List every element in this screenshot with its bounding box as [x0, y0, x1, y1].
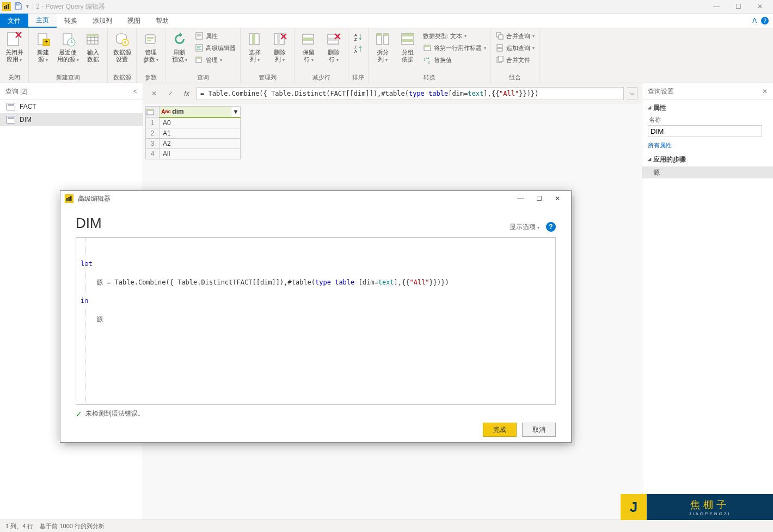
close-settings-button[interactable]: ✕: [762, 88, 768, 95]
svg-rect-51: [424, 45, 431, 47]
sort-asc-button[interactable]: AZ: [354, 32, 363, 42]
done-button[interactable]: 完成: [483, 423, 517, 437]
data-cell[interactable]: A2: [159, 138, 241, 149]
watermark: J 焦棚子JIAOPENGZI: [621, 494, 773, 520]
append-queries-button[interactable]: 追加查询 ▾: [495, 42, 535, 53]
svg-rect-20: [147, 37, 154, 39]
close-apply-button[interactable]: 关闭并 应用 ▾: [2, 29, 26, 65]
manage-parameters-button[interactable]: 管理 参数 ▾: [139, 29, 163, 65]
keep-rows-button[interactable]: 保留 行 ▾: [297, 29, 321, 65]
settings-header: 查询设置: [648, 87, 674, 96]
merge-queries-button[interactable]: 合并查询 ▾: [495, 30, 535, 41]
applied-steps-title[interactable]: 应用的步骤: [648, 155, 768, 164]
svg-rect-1: [6, 5, 8, 9]
svg-rect-62: [66, 198, 68, 201]
remove-columns-button[interactable]: 删除 列 ▾: [268, 29, 292, 65]
close-button[interactable]: ✕: [749, 0, 771, 13]
ribbon: 关闭并 应用 ▾ 关闭 +新建 源 ▾ 最近使 用的源 ▾ 输入 数据 新建查询…: [0, 28, 773, 83]
separator: |: [32, 3, 34, 10]
data-cell[interactable]: All: [159, 149, 241, 159]
query-item-fact[interactable]: FACT: [0, 100, 143, 113]
recent-sources-button[interactable]: 最近使 用的源 ▾: [56, 29, 80, 65]
query-item-dim[interactable]: DIM: [0, 113, 143, 126]
column-header-dim[interactable]: ABC dim ▾: [159, 107, 241, 117]
split-column-button[interactable]: 拆分 列 ▾: [371, 29, 395, 65]
svg-rect-56: [497, 45, 502, 47]
row-header[interactable]: 2: [146, 128, 159, 138]
commit-formula-button[interactable]: ✓: [164, 87, 177, 100]
svg-rect-64: [70, 196, 72, 201]
svg-text:A: A: [354, 33, 357, 37]
tab-addcolumn[interactable]: 添加列: [85, 14, 120, 28]
maximize-button[interactable]: ☐: [727, 0, 749, 13]
properties-button[interactable]: 属性: [195, 30, 236, 41]
save-icon[interactable]: [14, 2, 23, 11]
query-name-input[interactable]: [648, 125, 762, 137]
data-cell[interactable]: A1: [159, 128, 241, 138]
remove-rows-button[interactable]: 删除 行 ▾: [322, 29, 346, 65]
enter-data-button[interactable]: 输入 数据: [81, 29, 105, 64]
minimize-button[interactable]: —: [705, 0, 727, 13]
row-header[interactable]: 1: [146, 117, 159, 128]
svg-text:1: 1: [424, 58, 426, 61]
cancel-formula-button[interactable]: ✕: [148, 87, 161, 100]
cancel-button[interactable]: 取消: [522, 423, 556, 437]
formula-expand-button[interactable]: [627, 87, 637, 100]
tab-transform[interactable]: 转换: [57, 14, 85, 28]
formula-input[interactable]: = Table.Combine({ Table.Distinct(FACT[[d…: [197, 87, 624, 100]
all-properties-link[interactable]: 所有属性: [648, 141, 672, 150]
svg-rect-61: [147, 109, 154, 111]
name-label: 名称: [649, 116, 768, 124]
dialog-heading: DIM: [76, 215, 102, 232]
properties-section-title[interactable]: 属性: [648, 103, 768, 113]
advanced-editor-dialog: 高级编辑器 — ☐ ✕ DIM 显示选项 ▾ ? let 源 = Table.C…: [60, 190, 572, 443]
select-all-corner[interactable]: [146, 107, 159, 117]
step-source[interactable]: 源: [642, 166, 773, 178]
tab-home[interactable]: 主页: [28, 14, 57, 28]
dialog-help-icon[interactable]: ?: [546, 222, 556, 232]
svg-rect-49: [402, 39, 414, 42]
svg-rect-30: [196, 57, 201, 59]
column-filter-button[interactable]: ▾: [231, 107, 240, 117]
choose-columns-button[interactable]: 选择 列 ▾: [243, 29, 267, 65]
data-cell[interactable]: A0: [159, 117, 241, 128]
manage-query-button[interactable]: 管理 ▾: [195, 54, 236, 65]
query-settings-pane: 查询设置✕ 属性 名称 所有属性 应用的步骤 源: [642, 83, 773, 522]
data-type-button[interactable]: 数据类型: 文本 ▾: [423, 30, 486, 41]
table-icon: [7, 116, 15, 123]
datasource-settings-button[interactable]: 数据源 设置: [110, 29, 134, 64]
svg-point-18: [124, 41, 126, 44]
advanced-editor-button[interactable]: 高级编辑器: [195, 42, 236, 53]
sort-desc-button[interactable]: ZA: [354, 44, 363, 54]
svg-rect-21: [147, 40, 151, 41]
text-type-icon: ABC: [162, 108, 170, 116]
dialog-minimize-button[interactable]: —: [511, 191, 530, 206]
refresh-preview-button[interactable]: 刷新 预览 ▾: [168, 29, 192, 65]
collapse-pane-icon[interactable]: <: [133, 88, 137, 95]
svg-rect-59: [499, 56, 503, 61]
row-header[interactable]: 3: [146, 138, 159, 149]
dialog-close-button[interactable]: ✕: [548, 191, 567, 206]
replace-values-button[interactable]: 12替换值: [423, 54, 486, 65]
table-icon: [7, 103, 15, 110]
combine-files-button[interactable]: 合并文件: [495, 54, 535, 65]
display-options-button[interactable]: 显示选项 ▾: [510, 222, 539, 232]
svg-rect-15: [87, 34, 98, 36]
fx-button[interactable]: fx: [180, 87, 193, 100]
app-icon: [2, 2, 11, 11]
tab-file[interactable]: 文件: [0, 14, 28, 28]
tab-view[interactable]: 视图: [120, 14, 148, 28]
check-icon: ✓: [76, 410, 82, 418]
new-source-button[interactable]: +新建 源 ▾: [31, 29, 55, 65]
use-first-row-headers-button[interactable]: 将第一行用作标题 ▾: [423, 42, 486, 53]
row-header[interactable]: 4: [146, 149, 159, 159]
collapse-ribbon-icon[interactable]: ᐱ: [752, 17, 757, 24]
svg-rect-0: [4, 6, 5, 9]
tab-help[interactable]: 帮助: [148, 14, 176, 28]
dialog-maximize-button[interactable]: ☐: [530, 191, 548, 206]
code-editor[interactable]: let 源 = Table.Combine({ Table.Distinct(F…: [76, 237, 556, 405]
group-by-button[interactable]: 分组 依据: [396, 29, 420, 64]
ribbon-tabs: 文件 主页 转换 添加列 视图 帮助 ᐱ ?: [0, 14, 773, 28]
help-icon[interactable]: ?: [761, 17, 769, 24]
app-icon: [65, 194, 73, 203]
